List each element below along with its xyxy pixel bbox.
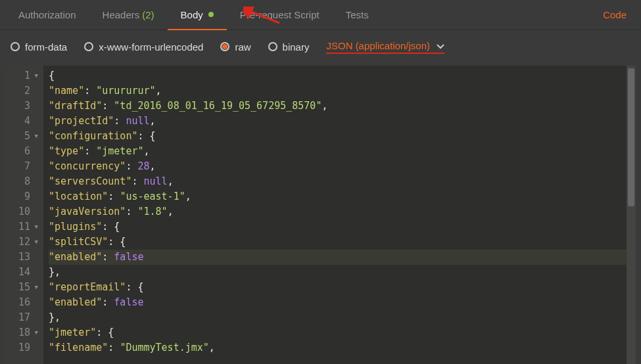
fold-icon[interactable]: ▼ [33,68,38,83]
code-line[interactable]: "jmeter": { [49,325,630,340]
line-number: 5▼ [5,129,41,144]
line-number: 3 [5,99,41,114]
tab-label: Pre-request Script [240,9,320,20]
code-line[interactable]: "enabled": false [49,250,630,265]
code-line[interactable]: "location": "us-east-1", [49,189,630,204]
body-type-bar: form-data x-www-form-urlencoded raw bina… [0,30,641,63]
radio-icon [220,42,229,51]
content-type-label: JSON (application/json) [326,40,430,51]
radio-icon [268,42,277,51]
code-line[interactable]: "configuration": { [49,129,630,144]
code-line[interactable]: "serversCount": null, [49,174,630,189]
line-number: 6 [5,144,41,159]
tab-label: Body [181,9,203,20]
line-number: 19 [5,340,41,355]
code-line[interactable]: "enabled": false [49,295,630,310]
radio-label: binary [283,41,310,53]
code-line[interactable]: "projectId": null, [49,114,630,129]
code-line[interactable]: "splitCSV": { [49,235,630,250]
tab-label: Authorization [18,9,76,20]
content-type-dropdown[interactable]: JSON (application/json) [326,40,444,54]
tab-headers-count: (2) [142,9,154,20]
code-line[interactable]: }, [49,265,630,280]
line-number: 8 [5,174,41,189]
radio-label: form-data [25,41,67,53]
code-link[interactable]: Code [594,9,636,20]
fold-icon[interactable]: ▼ [33,219,38,235]
radio-icon [11,42,20,51]
line-number: 12▼ [5,235,41,250]
line-number: 16 [5,295,41,310]
code-line[interactable]: "filename": "DummyTest.jmx", [49,340,630,355]
line-number: 13 [5,250,41,265]
radio-raw[interactable]: raw [220,41,250,53]
fold-icon[interactable]: ▼ [33,280,38,295]
code-line[interactable]: "plugins": { [49,219,630,235]
radio-label: raw [235,41,250,53]
code-line[interactable]: "reportEmail": { [49,280,630,295]
line-gutter: 1▼2345▼67891011▼12▼131415▼161718▼19 [5,66,43,364]
line-number: 17 [5,310,41,325]
code-line[interactable]: "type": "jmeter", [49,144,630,159]
request-tabs: Authorization Headers (2) Body Pre-reque… [0,0,641,30]
tab-authorization[interactable]: Authorization [5,0,89,30]
radio-form-data[interactable]: form-data [11,41,67,53]
code-line[interactable]: "concurrency": 28, [49,159,630,174]
code-line[interactable]: { [49,68,630,83]
code-line[interactable]: }, [49,310,630,325]
tab-label: Headers [103,9,140,20]
line-number: 11▼ [5,219,41,235]
tab-body[interactable]: Body [168,0,227,30]
line-number: 18▼ [5,325,41,340]
code-link-label: Code [603,9,627,20]
code-line[interactable]: "name": "urururur", [49,83,630,99]
tab-headers[interactable]: Headers (2) [89,0,168,30]
code-content[interactable]: {"name": "urururur","draftId": "td_2016_… [43,66,636,364]
radio-icon [84,42,93,51]
line-number: 14 [5,265,41,280]
code-editor[interactable]: 1▼2345▼67891011▼12▼131415▼161718▼19 {"na… [5,66,636,364]
chevron-down-icon [437,41,444,49]
line-number: 7 [5,159,41,174]
tab-prerequest[interactable]: Pre-request Script [227,0,333,30]
scrollbar[interactable] [627,66,636,364]
radio-binary[interactable]: binary [268,41,310,53]
line-number: 10 [5,204,41,219]
code-line[interactable]: "draftId": "td_2016_08_01_16_19_05_67295… [49,99,630,114]
radio-label: x-www-form-urlencoded [99,41,203,53]
fold-icon[interactable]: ▼ [33,235,38,250]
tab-label: Tests [346,9,369,20]
tab-tests[interactable]: Tests [333,0,382,30]
line-number: 1▼ [5,68,41,83]
fold-icon[interactable]: ▼ [33,325,38,340]
line-number: 2 [5,83,41,99]
line-number: 4 [5,114,41,129]
radio-urlencoded[interactable]: x-www-form-urlencoded [84,41,203,53]
modified-dot-icon [208,12,214,17]
line-number: 15▼ [5,280,41,295]
line-number: 9 [5,189,41,204]
fold-icon[interactable]: ▼ [33,129,38,144]
code-line[interactable]: "javaVersion": "1.8", [49,204,630,219]
scrollbar-thumb[interactable] [628,68,634,206]
